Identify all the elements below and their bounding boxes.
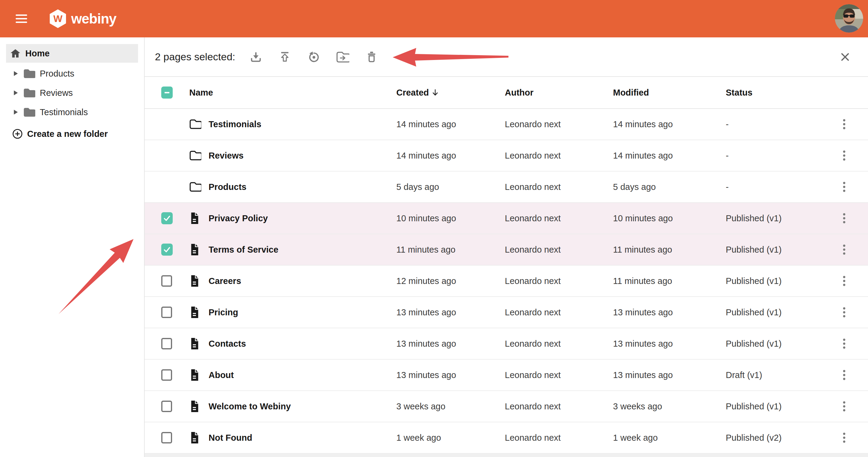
expand-caret-icon[interactable]	[14, 110, 18, 115]
restore-button[interactable]	[307, 50, 320, 64]
row-name[interactable]: Pricing	[209, 307, 238, 317]
user-avatar[interactable]	[835, 4, 863, 33]
column-header-created-label: Created	[396, 88, 429, 98]
row-status: -	[726, 119, 729, 129]
column-header-created[interactable]: Created	[396, 88, 438, 98]
expand-caret-icon[interactable]	[14, 90, 18, 95]
row-checkbox[interactable]	[161, 212, 173, 224]
move-to-folder-button[interactable]	[336, 50, 349, 64]
row-menu-button[interactable]	[842, 244, 846, 255]
row-author: Leonardo next	[505, 119, 561, 129]
row-menu-button[interactable]	[842, 213, 846, 224]
row-author: Leonardo next	[505, 276, 561, 286]
page-icon	[189, 243, 199, 256]
delete-button[interactable]	[365, 50, 378, 64]
row-name[interactable]: Careers	[209, 276, 241, 286]
row-modified: 13 minutes ago	[613, 370, 673, 380]
row-checkbox[interactable]	[161, 369, 172, 381]
page-icon	[189, 369, 199, 381]
sidebar-item-reviews[interactable]: Reviews	[0, 83, 144, 102]
create-folder-button[interactable]: Create a new folder	[0, 128, 144, 139]
webiny-logo: W webiny	[49, 9, 116, 28]
row-menu-button[interactable]	[842, 401, 846, 412]
select-all-checkbox[interactable]	[161, 87, 173, 98]
row-name[interactable]: Terms of Service	[209, 245, 278, 255]
sidebar-item-home[interactable]: Home	[6, 44, 138, 63]
row-name[interactable]: Reviews	[209, 151, 244, 161]
row-name[interactable]: About	[209, 370, 234, 380]
sidebar-folder-label: Reviews	[40, 88, 73, 98]
table-row[interactable]: Contacts13 minutes agoLeonardo next13 mi…	[145, 328, 868, 360]
table-row[interactable]: Reviews14 minutes agoLeonardo next14 min…	[145, 140, 868, 172]
row-modified: 5 days ago	[613, 182, 656, 192]
row-menu-button[interactable]	[842, 432, 846, 443]
download-icon	[249, 50, 262, 64]
row-author: Leonardo next	[505, 339, 561, 349]
table-row[interactable]: Careers12 minutes agoLeonardo next11 min…	[145, 266, 868, 297]
row-menu-button[interactable]	[842, 338, 846, 349]
row-name[interactable]: Privacy Policy	[209, 213, 268, 223]
table-row[interactable]: Privacy Policy10 minutes agoLeonardo nex…	[145, 203, 868, 234]
column-header-status[interactable]: Status	[726, 88, 752, 98]
row-checkbox[interactable]	[161, 401, 172, 412]
table-row[interactable]: Not Found1 week agoLeonardo next1 week a…	[145, 422, 868, 454]
column-header-author[interactable]: Author	[505, 88, 533, 98]
download-button[interactable]	[249, 50, 262, 64]
row-name[interactable]: Testimonials	[209, 119, 261, 129]
table-row[interactable]: Testimonials14 minutes agoLeonardo next1…	[145, 109, 868, 140]
folder-icon	[189, 182, 201, 192]
selected-count-label: 2 pages selected:	[155, 51, 236, 63]
row-author: Leonardo next	[505, 433, 561, 443]
table-row[interactable]: Terms of Service11 minutes agoLeonardo n…	[145, 234, 868, 266]
row-checkbox[interactable]	[161, 432, 172, 444]
row-menu-button[interactable]	[842, 119, 846, 130]
kebab-menu-icon	[843, 370, 846, 380]
table-row[interactable]: Pricing13 minutes agoLeonardo next13 min…	[145, 297, 868, 328]
row-menu-button[interactable]	[842, 307, 846, 318]
close-icon	[840, 52, 850, 62]
folder-icon	[23, 107, 35, 117]
table-row[interactable]: Products5 days agoLeonardo next5 days ag…	[145, 172, 868, 203]
publish-button[interactable]	[278, 50, 291, 64]
row-created: 13 minutes ago	[396, 307, 456, 317]
column-header-modified[interactable]: Modified	[613, 88, 649, 98]
row-checkbox[interactable]	[161, 244, 173, 256]
row-menu-button[interactable]	[842, 276, 846, 286]
svg-text:W: W	[53, 13, 63, 24]
hamburger-menu-icon[interactable]	[16, 14, 27, 24]
kebab-menu-icon	[843, 119, 846, 130]
expand-caret-icon[interactable]	[14, 71, 18, 76]
row-checkbox[interactable]	[161, 275, 172, 287]
column-header-name[interactable]: Name	[189, 88, 213, 98]
sidebar-item-products[interactable]: Products	[0, 64, 144, 83]
row-name[interactable]: Welcome to Webiny	[209, 401, 291, 412]
sidebar-folder-label: Testimonials	[40, 107, 88, 117]
row-created: 3 weeks ago	[396, 401, 445, 412]
kebab-menu-icon	[843, 307, 846, 318]
sidebar-item-testimonials[interactable]: Testimonials	[0, 102, 144, 122]
row-name[interactable]: Products	[209, 182, 247, 192]
row-author: Leonardo next	[505, 245, 561, 255]
row-checkbox[interactable]	[161, 338, 172, 349]
table-row[interactable]: Welcome to Webiny3 weeks agoLeonardo nex…	[145, 391, 868, 422]
row-menu-button[interactable]	[842, 181, 846, 192]
close-selection-button[interactable]	[840, 52, 850, 62]
row-name[interactable]: Not Found	[209, 433, 252, 443]
webiny-hexagon-icon: W	[49, 9, 67, 28]
row-name[interactable]: Contacts	[209, 339, 246, 349]
row-checkbox[interactable]	[161, 307, 172, 318]
folder-sidebar: Home Products Reviews Testimonials	[0, 37, 145, 457]
kebab-menu-icon	[843, 338, 846, 349]
row-status: Published (v1)	[726, 276, 781, 286]
folder-icon	[23, 68, 35, 79]
row-created: 1 week ago	[396, 433, 441, 443]
row-menu-button[interactable]	[842, 150, 846, 161]
row-created: 11 minutes ago	[396, 245, 456, 255]
row-author: Leonardo next	[505, 370, 561, 380]
row-menu-button[interactable]	[842, 370, 846, 380]
page-icon	[189, 275, 199, 287]
plus-circle-icon	[12, 128, 23, 139]
folder-icon	[189, 150, 201, 161]
table-row[interactable]: About13 minutes agoLeonardo next13 minut…	[145, 360, 868, 391]
page-icon	[189, 306, 199, 318]
